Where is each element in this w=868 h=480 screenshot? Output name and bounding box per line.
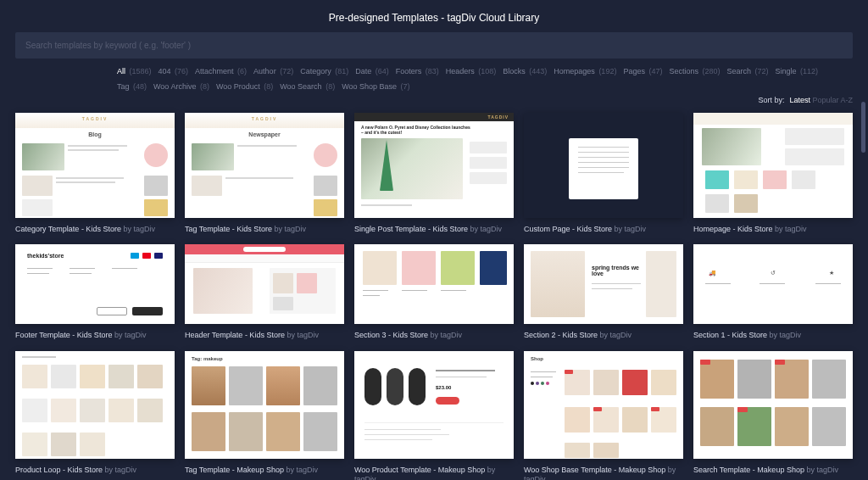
template-caption: Product Loop - Kids Store by tagDiv [15, 459, 175, 476]
template-caption: Woo Product Template - Makeup Shop by ta… [354, 459, 514, 480]
filter-count: (8) [264, 82, 273, 91]
sort-a-z[interactable]: A-Z [841, 96, 854, 104]
filter-count: (280) [702, 67, 720, 75]
template-thumb: Shop [524, 351, 683, 459]
filter-attachment[interactable]: Attachment (6) [195, 67, 247, 75]
filter-count: (8) [200, 82, 209, 91]
template-caption: Custom Page - Kids Store by tagDiv [524, 218, 683, 235]
filter-woo-archive[interactable]: Woo Archive (8) [153, 82, 209, 91]
filter-headers[interactable]: Headers (108) [446, 67, 497, 75]
filter-count: (8) [326, 82, 335, 91]
template-card[interactable]: Homepage - Kids Store by tagDiv [693, 113, 853, 234]
filter-count: (48) [133, 82, 147, 91]
template-thumb: spring trends we love [524, 244, 683, 324]
template-caption: Header Template - Kids Store by tagDiv [185, 324, 344, 341]
template-caption: Tag Template - Kids Store by tagDiv [185, 218, 344, 235]
template-card[interactable]: A new Polarn O. Pyret and Disney Collect… [354, 113, 514, 234]
search-row [15, 32, 853, 59]
filter-count: (47) [648, 67, 662, 75]
template-caption: Section 1 - Kids Store by tagDiv [693, 324, 853, 341]
filter-count: (6) [237, 67, 247, 75]
filter-woo-product[interactable]: Woo Product (8) [216, 82, 273, 91]
filter-count: (81) [335, 67, 348, 75]
template-caption: Search Template - Makeup Shop by tagDiv [693, 459, 853, 476]
template-thumb: $23.00 [354, 351, 514, 459]
template-card[interactable]: $23.00 Woo Product Template - Makeup Sho… [354, 351, 514, 480]
template-thumb: TAGDIV Newspaper [185, 113, 344, 218]
filter-single[interactable]: Single (112) [776, 67, 819, 75]
template-thumb: thekids'store [15, 244, 175, 324]
sort-latest[interactable]: Latest [789, 96, 810, 104]
template-caption: Section 2 - Kids Store by tagDiv [524, 324, 683, 341]
template-caption: Section 3 - Kids Store by tagDiv [354, 324, 514, 341]
scrollbar-thumb[interactable] [861, 102, 865, 153]
filter-count: (83) [426, 67, 439, 75]
template-card[interactable]: Header Template - Kids Store by tagDiv [185, 244, 344, 341]
template-caption: Single Post Template - Kids Store by tag… [354, 218, 514, 235]
template-thumb [354, 244, 514, 324]
template-caption: Homepage - Kids Store by tagDiv [693, 218, 853, 235]
filter-count: (108) [478, 67, 496, 75]
template-thumb: A new Polarn O. Pyret and Disney Collect… [354, 113, 514, 218]
filter-row: All (1586)404 (76)Attachment (6)Author (… [0, 67, 868, 113]
template-caption: Category Template - Kids Store by tagDiv [15, 218, 175, 235]
sort-label: Sort by: [758, 96, 784, 104]
template-card[interactable]: 🚚 ↺ ★ Section 1 - Kids Store by tagDiv [693, 244, 853, 341]
filter-pages[interactable]: Pages (47) [623, 67, 662, 75]
filter-count: (7) [401, 82, 410, 91]
template-card[interactable]: Section 3 - Kids Store by tagDiv [354, 244, 514, 341]
filter-homepages[interactable]: Homepages (192) [554, 67, 616, 75]
template-caption: Footer Template - Kids Store by tagDiv [15, 324, 175, 341]
filter-tag[interactable]: Tag (48) [117, 82, 147, 91]
template-card[interactable]: thekids'store Footer Template - Kids Sto… [15, 244, 175, 341]
template-thumb [185, 244, 344, 324]
template-card[interactable]: Shop Woo Shop Base Template - Makeup Sho… [524, 351, 683, 480]
template-card[interactable]: Search Template - Makeup Shop by tagDiv [693, 351, 853, 480]
filter-woo-shop-base[interactable]: Woo Shop Base (7) [342, 82, 409, 91]
template-thumb: TAGDIV Blog [15, 113, 175, 218]
filter-author[interactable]: Author (72) [253, 67, 293, 75]
filter-blocks[interactable]: Blocks (443) [503, 67, 547, 75]
filter-date[interactable]: Date (64) [355, 67, 389, 75]
search-input[interactable] [15, 32, 853, 59]
template-grid: TAGDIV Blog Category Template - Kids Sto… [0, 113, 868, 480]
template-thumb [15, 351, 175, 459]
filter-count: (72) [280, 67, 293, 75]
filter-category[interactable]: Category (81) [300, 67, 348, 75]
template-thumb [693, 113, 853, 218]
template-card[interactable]: Custom Page - Kids Store by tagDiv [524, 113, 683, 234]
filter-search[interactable]: Search (72) [726, 67, 768, 75]
template-card[interactable]: spring trends we love Section 2 - Kids S… [524, 244, 683, 341]
template-card[interactable]: Tag: makeup Tag Template - Makeup Shop b… [185, 351, 344, 480]
filter-count: (72) [755, 67, 769, 75]
template-caption: Tag Template - Makeup Shop by tagDiv [185, 459, 344, 476]
filter-404[interactable]: 404 (76) [159, 67, 189, 75]
filter-count: (112) [800, 67, 818, 75]
filter-count: (64) [376, 67, 389, 75]
sort-popular[interactable]: Popular [812, 96, 838, 104]
template-caption: Woo Shop Base Template - Makeup Shop by … [524, 459, 683, 480]
filter-footers[interactable]: Footers (83) [396, 67, 439, 75]
template-thumb: 🚚 ↺ ★ [693, 244, 853, 324]
filter-count: (443) [529, 67, 547, 75]
filter-count: (1586) [130, 67, 152, 75]
template-card[interactable]: TAGDIV Blog Category Template - Kids Sto… [15, 113, 175, 234]
filter-all[interactable]: All (1586) [117, 67, 152, 75]
filter-count: (76) [175, 67, 188, 75]
template-thumb [693, 351, 853, 459]
template-thumb: Tag: makeup [185, 351, 344, 459]
filter-count: (192) [598, 67, 616, 75]
sort-area: Sort by: Latest Popular A-Z [758, 96, 853, 104]
template-card[interactable]: TAGDIV Newspaper Tag Template - Kids Sto… [185, 113, 344, 234]
filter-sections[interactable]: Sections (280) [669, 67, 720, 75]
template-card[interactable]: Product Loop - Kids Store by tagDiv [15, 351, 175, 480]
filter-woo-search[interactable]: Woo Search (8) [280, 82, 335, 91]
page-title: Pre-designed Templates - tagDiv Cloud Li… [0, 0, 868, 32]
template-thumb [524, 113, 683, 218]
